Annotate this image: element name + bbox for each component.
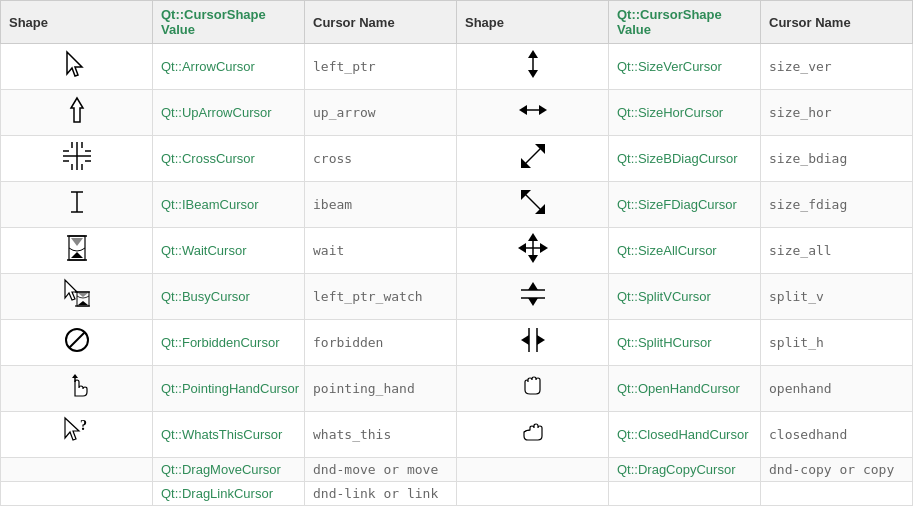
header-shape1: Shape xyxy=(1,1,153,44)
qt-value-left: Qt::DragLinkCursor xyxy=(153,482,305,506)
cursor-name-right: closedhand xyxy=(761,412,913,458)
shape-cell-right xyxy=(457,44,609,90)
shape-cell-right xyxy=(457,228,609,274)
table-row: Qt::BusyCursorleft_ptr_watch Qt::SplitVC… xyxy=(1,274,913,320)
cursor-name-left: left_ptr_watch xyxy=(305,274,457,320)
cursor-name-right: size_bdiag xyxy=(761,136,913,182)
qt-value-left: Qt::UpArrowCursor xyxy=(153,90,305,136)
shape-cell-left xyxy=(1,366,153,412)
cursor-name-right: split_v xyxy=(761,274,913,320)
qt-value-right: Qt::ClosedHandCursor xyxy=(609,412,761,458)
qt-value-right xyxy=(609,482,761,506)
cursor-name-left: pointing_hand xyxy=(305,366,457,412)
qt-value-left: Qt::DragMoveCursor xyxy=(153,458,305,482)
svg-marker-49 xyxy=(537,335,545,345)
svg-marker-6 xyxy=(519,105,527,115)
qt-value-left: Qt::BusyCursor xyxy=(153,274,305,320)
shape-cell-left xyxy=(1,274,153,320)
qt-value-right: Qt::SplitHCursor xyxy=(609,320,761,366)
cursor-name-right: size_fdiag xyxy=(761,182,913,228)
shape-cell-left xyxy=(1,90,153,136)
cursor-name-left: cross xyxy=(305,136,457,182)
table-row: Qt::ArrowCursorleft_ptr Qt::SizeVerCurso… xyxy=(1,44,913,90)
shape-cell-right xyxy=(457,320,609,366)
svg-marker-7 xyxy=(539,105,547,115)
qt-value-left: Qt::WhatsThisCursor xyxy=(153,412,305,458)
table-row: Qt::ForbiddenCursorforbidden Qt::SplitHC… xyxy=(1,320,913,366)
shape-cell-left xyxy=(1,320,153,366)
shape-cell-left xyxy=(1,228,153,274)
svg-marker-51 xyxy=(65,418,79,440)
shape-cell-left xyxy=(1,44,153,90)
cursor-name-right: size_all xyxy=(761,228,913,274)
table-row: Qt::PointingHandCursorpointing_hand Qt::… xyxy=(1,366,913,412)
svg-marker-2 xyxy=(528,50,538,58)
svg-marker-34 xyxy=(518,243,526,253)
shape-cell-left: ? xyxy=(1,412,153,458)
qt-value-right: Qt::SizeFDiagCursor xyxy=(609,182,761,228)
shape-cell-left xyxy=(1,458,153,482)
svg-marker-35 xyxy=(540,243,548,253)
shape-cell-right xyxy=(457,136,609,182)
shape-cell-left xyxy=(1,182,153,228)
header-name2: Cursor Name xyxy=(761,1,913,44)
table-row: Qt::WaitCursorwait Qt::SizeAllCursorsize… xyxy=(1,228,913,274)
svg-text:?: ? xyxy=(80,418,87,433)
header-name1: Cursor Name xyxy=(305,1,457,44)
svg-marker-32 xyxy=(528,233,538,241)
header-qt1: Qt::CursorShape Value xyxy=(153,1,305,44)
table-row: Qt::CrossCursorcross Qt::SizeBDiagCursor… xyxy=(1,136,913,182)
svg-line-45 xyxy=(69,332,85,348)
shape-cell-right xyxy=(457,458,609,482)
qt-value-left: Qt::IBeamCursor xyxy=(153,182,305,228)
qt-value-left: Qt::PointingHandCursor xyxy=(153,366,305,412)
cursor-name-left: wait xyxy=(305,228,457,274)
table-row: Qt::DragLinkCursordnd-link or link xyxy=(1,482,913,506)
header-shape2: Shape xyxy=(457,1,609,44)
table-row: Qt::DragMoveCursordnd-move or moveQt::Dr… xyxy=(1,458,913,482)
qt-value-right: Qt::DragCopyCursor xyxy=(609,458,761,482)
shape-cell-right xyxy=(457,412,609,458)
cursor-name-right: openhand xyxy=(761,366,913,412)
qt-value-left: Qt::WaitCursor xyxy=(153,228,305,274)
shape-cell-right xyxy=(457,90,609,136)
svg-marker-36 xyxy=(65,280,77,300)
header-qt2: Qt::CursorShape Value xyxy=(609,1,761,44)
cursor-name-left: dnd-link or link xyxy=(305,482,457,506)
svg-marker-42 xyxy=(528,282,538,290)
cursor-name-left: up_arrow xyxy=(305,90,457,136)
svg-marker-4 xyxy=(71,98,83,122)
cursor-name-left: ibeam xyxy=(305,182,457,228)
svg-marker-43 xyxy=(528,298,538,306)
qt-value-right: Qt::SizeVerCursor xyxy=(609,44,761,90)
shape-cell-right xyxy=(457,482,609,506)
cursor-table: Shape Qt::CursorShape Value Cursor Name … xyxy=(0,0,913,506)
qt-value-right: Qt::OpenHandCursor xyxy=(609,366,761,412)
qt-value-right: Qt::SizeAllCursor xyxy=(609,228,761,274)
table-row: Qt::IBeamCursoribeam Qt::SizeFDiagCursor… xyxy=(1,182,913,228)
cursor-name-right: split_h xyxy=(761,320,913,366)
qt-value-right: Qt::SizeHorCursor xyxy=(609,90,761,136)
shape-cell-left xyxy=(1,482,153,506)
svg-marker-0 xyxy=(67,52,82,76)
svg-marker-3 xyxy=(528,70,538,78)
shape-cell-right xyxy=(457,274,609,320)
table-row: Qt::UpArrowCursorup_arrow Qt::SizeHorCur… xyxy=(1,90,913,136)
qt-value-left: Qt::ForbiddenCursor xyxy=(153,320,305,366)
cursor-name-left: left_ptr xyxy=(305,44,457,90)
table-header-row: Shape Qt::CursorShape Value Cursor Name … xyxy=(1,1,913,44)
cursor-name-right: size_ver xyxy=(761,44,913,90)
shape-cell-left xyxy=(1,136,153,182)
svg-marker-33 xyxy=(528,255,538,263)
qt-value-left: Qt::CrossCursor xyxy=(153,136,305,182)
qt-value-right: Qt::SplitVCursor xyxy=(609,274,761,320)
cursor-name-left: dnd-move or move xyxy=(305,458,457,482)
qt-value-left: Qt::ArrowCursor xyxy=(153,44,305,90)
cursor-name-left: whats_this xyxy=(305,412,457,458)
cursor-name-left: forbidden xyxy=(305,320,457,366)
cursor-name-right xyxy=(761,482,913,506)
cursor-name-right: size_hor xyxy=(761,90,913,136)
cursor-name-right: dnd-copy or copy xyxy=(761,458,913,482)
shape-cell-right xyxy=(457,182,609,228)
svg-marker-48 xyxy=(521,335,529,345)
